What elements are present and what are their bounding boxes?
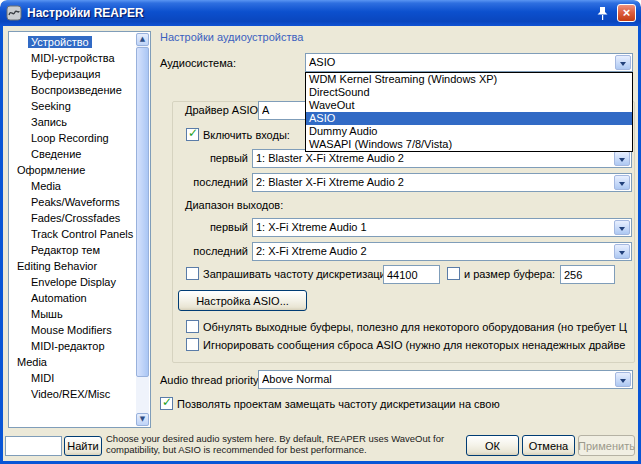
input-last-value: 2: Blaster X-Fi Xtreme Audio 2 xyxy=(256,176,613,188)
sidebar-item-label: Editing Behavior xyxy=(14,260,100,272)
preferences-window: Настройки REAPER × УстройствоMIDI-устрой… xyxy=(0,0,641,464)
sidebar-item-label: Peaks/Waveforms xyxy=(28,196,123,208)
sidebar-item-label: Буферизация xyxy=(28,68,103,80)
ok-button[interactable]: ОК xyxy=(466,435,519,456)
sidebar-item-label: Воспроизведение xyxy=(28,84,125,96)
sidebar-item[interactable]: Media xyxy=(10,354,135,370)
sidebar-item[interactable]: Сведение xyxy=(10,146,135,162)
search-input[interactable] xyxy=(5,436,62,456)
apply-button: Применить xyxy=(578,435,635,456)
sidebar-item[interactable]: Запись xyxy=(10,114,135,130)
output-last-select[interactable]: 2: X-Fi Xtreme Audio 2 xyxy=(252,242,632,261)
sidebar-item-label: Редактор тем xyxy=(28,244,103,256)
thread-priority-label: Audio thread priority: xyxy=(160,374,262,386)
dropdown-option[interactable]: WASAPI (Windows 7/8/Vista) xyxy=(306,138,632,151)
dropdown-option[interactable]: WaveOut xyxy=(306,99,632,112)
window-title: Настройки REAPER xyxy=(27,0,144,26)
close-icon: × xyxy=(623,5,631,20)
scroll-down-icon[interactable]: ▼ xyxy=(136,413,149,426)
sidebar-item-label: Video/REX/Misc xyxy=(28,388,113,400)
sidebar-item[interactable]: Media xyxy=(10,178,135,194)
zero-buffers-checkbox[interactable] xyxy=(186,320,199,333)
sidebar-item[interactable]: MIDI xyxy=(10,370,135,386)
sidebar-item-label: MIDI-редактор xyxy=(28,340,108,352)
app-icon xyxy=(6,5,22,21)
sidebar-item[interactable]: Буферизация xyxy=(10,66,135,82)
sidebar-item-label: MIDI-устройства xyxy=(28,52,118,64)
sidebar-item-label: Mouse Modifiers xyxy=(28,324,115,336)
thread-priority-value: Above Normal xyxy=(262,373,614,385)
sidebar-item-label: Мышь xyxy=(28,308,66,320)
enable-inputs-label: Включить входы: xyxy=(203,129,290,141)
chevron-down-icon xyxy=(619,182,625,186)
output-first-select[interactable]: 1: X-Fi Xtreme Audio 1 xyxy=(252,218,632,237)
sidebar-item-label: Оформление xyxy=(14,164,88,176)
sidebar-item-label: Устройство xyxy=(28,36,92,48)
chevron-down-icon xyxy=(619,158,625,162)
sidebar-item-label: MIDI xyxy=(28,372,57,384)
sidebar-item[interactable]: Устройство xyxy=(10,34,135,50)
dropdown-option[interactable]: ASIO xyxy=(306,112,632,125)
chevron-down-icon xyxy=(620,62,626,66)
sidebar-item[interactable]: Track Control Panels xyxy=(10,226,135,242)
sidebar-item[interactable]: Редактор тем xyxy=(10,242,135,258)
audio-system-select[interactable]: ASIO xyxy=(305,53,633,72)
sidebar-item-label: Fades/Crossfades xyxy=(28,212,123,224)
dropdown-option[interactable]: DirectSound xyxy=(306,86,632,99)
tree-scrollbar[interactable]: ▲ ▼ xyxy=(136,33,149,426)
preferences-tree[interactable]: УстройствоMIDI-устройстваБуферизацияВосп… xyxy=(8,31,151,428)
sidebar-item[interactable]: Fades/Crossfades xyxy=(10,210,135,226)
enable-inputs-checkbox[interactable] xyxy=(186,128,199,141)
pin-icon[interactable] xyxy=(596,6,609,21)
sidebar-item[interactable]: Seeking xyxy=(10,98,135,114)
buffer-size-checkbox[interactable] xyxy=(447,267,460,280)
sidebar-item-label: Media xyxy=(28,180,64,192)
find-button[interactable]: Найти xyxy=(64,436,102,456)
sidebar-item[interactable]: Peaks/Waveforms xyxy=(10,194,135,210)
sidebar-item[interactable]: Mouse Modifiers xyxy=(10,322,135,338)
thread-priority-select[interactable]: Above Normal xyxy=(258,370,633,389)
output-last-dropdown-button[interactable] xyxy=(614,244,630,259)
sidebar-item[interactable]: Envelope Display xyxy=(10,274,135,290)
audio-system-value: ASIO xyxy=(309,56,614,68)
sidebar-item-label: Automation xyxy=(28,292,90,304)
input-last-dropdown-button[interactable] xyxy=(614,175,630,190)
help-text: Choose your desired audio system here. B… xyxy=(106,433,464,455)
chevron-down-icon xyxy=(619,227,625,231)
output-first-dropdown-button[interactable] xyxy=(614,220,630,235)
buffer-size-input[interactable] xyxy=(560,265,615,284)
close-button[interactable]: × xyxy=(617,4,636,22)
scrollbar-thumb[interactable] xyxy=(136,47,149,377)
sidebar-item[interactable]: Мышь xyxy=(10,306,135,322)
sidebar-item-label: Media xyxy=(14,356,50,368)
window-frame-left xyxy=(0,26,3,464)
sidebar-item[interactable]: Automation xyxy=(10,290,135,306)
dropdown-option[interactable]: Dummy Audio xyxy=(306,125,632,138)
cancel-button[interactable]: Отмена xyxy=(522,435,575,456)
audio-system-dropdown-button[interactable] xyxy=(615,55,631,70)
input-last-select[interactable]: 2: Blaster X-Fi Xtreme Audio 2 xyxy=(252,173,632,192)
preferences-tree-items: УстройствоMIDI-устройстваБуферизацияВосп… xyxy=(10,34,135,402)
input-first-dropdown-button[interactable] xyxy=(614,151,630,166)
asio-config-button[interactable]: Настройка ASIO... xyxy=(178,290,307,311)
audio-system-dropdown[interactable]: WDM Kernel Streaming (Windows XP)DirectS… xyxy=(305,72,633,152)
request-samplerate-checkbox[interactable] xyxy=(186,267,199,280)
audio-system-label: Аудиосистема: xyxy=(160,57,236,69)
allow-override-checkbox[interactable] xyxy=(160,397,173,410)
sidebar-item[interactable]: Video/REX/Misc xyxy=(10,386,135,402)
sidebar-item[interactable]: Editing Behavior xyxy=(10,258,135,274)
allow-override-label: Позволять проектам замещать частоту диск… xyxy=(177,398,500,410)
sidebar-item[interactable]: Оформление xyxy=(10,162,135,178)
sidebar-item[interactable]: Воспроизведение xyxy=(10,82,135,98)
sidebar-item[interactable]: MIDI-редактор xyxy=(10,338,135,354)
thread-priority-dropdown-button[interactable] xyxy=(615,372,631,387)
sidebar-item[interactable]: Loop Recording xyxy=(10,130,135,146)
samplerate-input[interactable] xyxy=(383,265,440,284)
titlebar[interactable]: Настройки REAPER × xyxy=(0,0,641,26)
scroll-up-icon[interactable]: ▲ xyxy=(136,33,149,46)
ignore-asio-reset-checkbox[interactable] xyxy=(186,338,199,351)
sidebar-item-label: Envelope Display xyxy=(28,276,119,288)
dropdown-option[interactable]: WDM Kernel Streaming (Windows XP) xyxy=(306,73,632,86)
sidebar-item[interactable]: MIDI-устройства xyxy=(10,50,135,66)
sidebar-item-label: Сведение xyxy=(28,148,84,160)
